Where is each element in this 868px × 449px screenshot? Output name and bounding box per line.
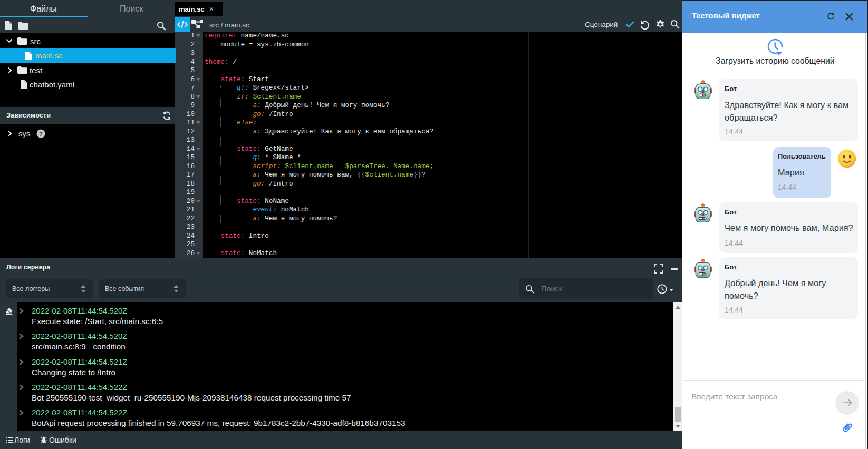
svg-text:?: ?: [39, 131, 43, 137]
